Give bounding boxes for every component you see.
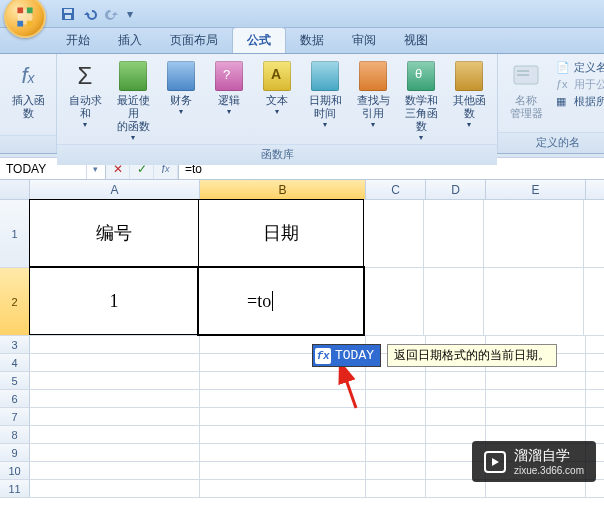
qat-dropdown-icon[interactable]: ▾ xyxy=(126,8,134,20)
cell[interactable] xyxy=(366,444,426,461)
tab-home[interactable]: 开始 xyxy=(52,28,104,53)
row-header-7[interactable]: 7 xyxy=(0,408,30,425)
cell-D1[interactable] xyxy=(424,200,484,267)
cell-A2[interactable]: 1 xyxy=(29,267,199,335)
cell[interactable] xyxy=(200,372,366,389)
col-header-B[interactable]: B xyxy=(200,180,366,199)
col-header-E[interactable]: E xyxy=(486,180,586,199)
svg-rect-7 xyxy=(65,15,71,19)
cell-D2[interactable] xyxy=(424,268,484,335)
row-header-5[interactable]: 5 xyxy=(0,372,30,389)
cell-C2[interactable] xyxy=(364,268,424,335)
book-icon: A xyxy=(261,60,293,92)
cell[interactable] xyxy=(30,444,200,461)
row-header-4[interactable]: 4 xyxy=(0,354,30,371)
math-trig-button[interactable]: θ 数学和 三角函数▾ xyxy=(399,58,443,144)
use-in-formula-button[interactable]: ƒx用于公 xyxy=(556,77,604,92)
create-from-selection-button[interactable]: ▦根据所 xyxy=(556,94,604,109)
col-header-A[interactable]: A xyxy=(30,180,200,199)
book-icon xyxy=(453,60,485,92)
title-bar: ▾ xyxy=(0,0,604,28)
cell[interactable] xyxy=(426,390,486,407)
cell[interactable] xyxy=(200,480,366,497)
cell[interactable] xyxy=(30,480,200,497)
cell-E1[interactable] xyxy=(484,200,584,267)
define-name-button[interactable]: 📄定义名 xyxy=(556,60,604,75)
cell[interactable] xyxy=(366,480,426,497)
cell[interactable] xyxy=(426,480,486,497)
cell[interactable] xyxy=(30,390,200,407)
row-header-11[interactable]: 11 xyxy=(0,480,30,497)
logical-button[interactable]: ? 逻辑▾ xyxy=(207,58,251,118)
cell[interactable] xyxy=(486,390,586,407)
cell[interactable] xyxy=(426,408,486,425)
column-headers: A B C D E xyxy=(0,180,604,200)
cell[interactable] xyxy=(30,462,200,479)
cell[interactable] xyxy=(200,408,366,425)
cell[interactable] xyxy=(366,426,426,443)
datetime-button[interactable]: 日期和 时间▾ xyxy=(303,58,347,131)
book-icon xyxy=(117,60,149,92)
row-header-9[interactable]: 9 xyxy=(0,444,30,461)
tab-view[interactable]: 视图 xyxy=(390,28,442,53)
grid-icon: ▦ xyxy=(556,95,570,109)
col-header-D[interactable]: D xyxy=(426,180,486,199)
cell[interactable] xyxy=(366,408,426,425)
formula-autocomplete: fx TODAY 返回日期格式的的当前日期。 xyxy=(312,344,557,367)
cell[interactable] xyxy=(486,480,586,497)
text-button[interactable]: A 文本▾ xyxy=(255,58,299,118)
cell[interactable] xyxy=(30,354,200,371)
cell-C1[interactable] xyxy=(364,200,424,267)
more-functions-button[interactable]: 其他函数▾ xyxy=(447,58,491,131)
row-header-1[interactable]: 1 xyxy=(0,200,30,267)
ribbon: fx 插入函数 Σ 自动求和▾ 最近使用 的函数▾ 财务▾ ? 逻辑▾ xyxy=(0,54,604,154)
save-icon[interactable] xyxy=(60,6,76,22)
cell[interactable] xyxy=(366,462,426,479)
book-icon xyxy=(357,60,389,92)
cell[interactable] xyxy=(30,426,200,443)
tab-data[interactable]: 数据 xyxy=(286,28,338,53)
cell[interactable] xyxy=(486,372,586,389)
cell-E2[interactable] xyxy=(484,268,584,335)
row-header-8[interactable]: 8 xyxy=(0,426,30,443)
cell[interactable] xyxy=(366,372,426,389)
cell-B1[interactable]: 日期 xyxy=(198,199,364,267)
insert-function-button[interactable]: fx 插入函数 xyxy=(6,58,50,122)
row-header-2[interactable]: 2 xyxy=(0,268,30,335)
lookup-button[interactable]: 查找与 引用▾ xyxy=(351,58,395,131)
text-caret xyxy=(272,291,273,311)
financial-button[interactable]: 财务▾ xyxy=(159,58,203,118)
cell[interactable] xyxy=(200,426,366,443)
tab-insert[interactable]: 插入 xyxy=(104,28,156,53)
autocomplete-item-today[interactable]: fx TODAY xyxy=(312,344,381,367)
watermark-brand: 溜溜自学 xyxy=(514,447,570,463)
cell[interactable] xyxy=(30,336,200,353)
undo-icon[interactable] xyxy=(82,6,98,22)
tab-page-layout[interactable]: 页面布局 xyxy=(156,28,232,53)
cell[interactable] xyxy=(200,390,366,407)
tab-formulas[interactable]: 公式 xyxy=(232,27,286,53)
cell[interactable] xyxy=(200,444,366,461)
cell[interactable] xyxy=(486,408,586,425)
cell[interactable] xyxy=(426,372,486,389)
col-header-C[interactable]: C xyxy=(366,180,426,199)
row-header-3[interactable]: 3 xyxy=(0,336,30,353)
row-header-6[interactable]: 6 xyxy=(0,390,30,407)
book-icon xyxy=(309,60,341,92)
ribbon-tabs: 开始 插入 页面布局 公式 数据 审阅 视图 xyxy=(0,28,604,54)
cell[interactable] xyxy=(366,390,426,407)
tab-review[interactable]: 审阅 xyxy=(338,28,390,53)
book-icon: θ xyxy=(405,60,437,92)
name-manager-button[interactable]: 名称 管理器 xyxy=(504,58,548,122)
cell[interactable] xyxy=(30,372,200,389)
redo-icon[interactable] xyxy=(104,6,120,22)
cell[interactable] xyxy=(30,408,200,425)
row-header-10[interactable]: 10 xyxy=(0,462,30,479)
recently-used-button[interactable]: 最近使用 的函数▾ xyxy=(111,58,155,144)
cell[interactable] xyxy=(200,462,366,479)
cell-A1[interactable]: 编号 xyxy=(29,199,199,267)
autosum-button[interactable]: Σ 自动求和▾ xyxy=(63,58,107,131)
office-button[interactable] xyxy=(4,0,46,38)
select-all-button[interactable] xyxy=(0,180,30,199)
cell-B2-editing[interactable]: =to xyxy=(198,267,364,335)
